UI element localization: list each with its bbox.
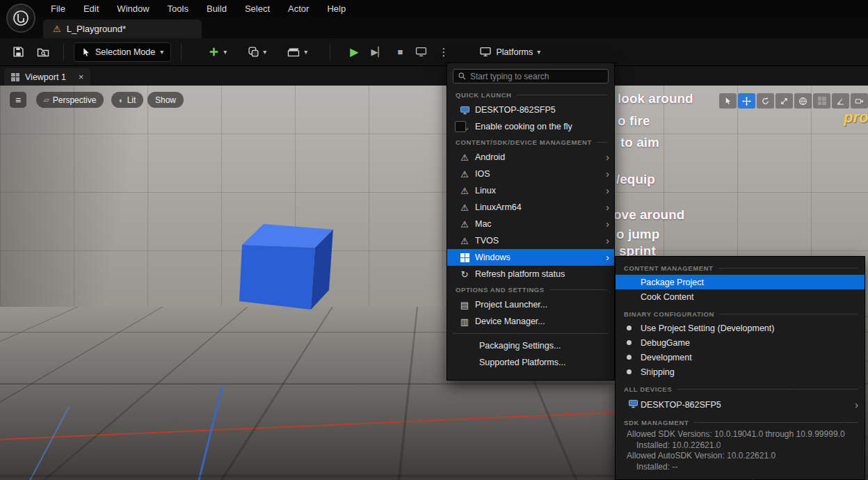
hud-text-move-around: ove around	[613, 207, 684, 223]
platforms-search-input[interactable]	[453, 69, 609, 83]
menu-item-development[interactable]: Development	[616, 350, 865, 365]
save-button[interactable]	[8, 43, 29, 61]
perspective-dropdown[interactable]: ▱ Perspective	[36, 92, 104, 108]
menu-item-linux[interactable]: ⚠ Linux ›	[447, 182, 614, 199]
menu-item-refresh-platform-status[interactable]: ↻ Refresh platform status	[447, 266, 614, 282]
stop-button[interactable]: ■	[394, 44, 408, 60]
menu-item-supported-platforms[interactable]: Supported Platforms...	[447, 354, 614, 371]
menu-item-tvos[interactable]: ⚠ TVOS ›	[447, 232, 614, 249]
show-dropdown[interactable]: Show	[147, 92, 184, 108]
platforms-menu: QUICK LAUNCH DESKTOP-862SFP5 ♨ Enable co…	[447, 63, 615, 381]
menu-item-edit[interactable]: Edit	[74, 0, 108, 17]
cinematics-button[interactable]: ▾	[283, 44, 312, 61]
android-label: Android	[475, 152, 606, 162]
camera-speed-button[interactable]	[851, 93, 868, 109]
menu-item-select[interactable]: Select	[236, 0, 279, 17]
menu-item-ios[interactable]: ⚠ IOS ›	[447, 166, 614, 182]
menu-item-mac[interactable]: ⚠ Mac ›	[447, 216, 614, 232]
section-options-settings: OPTIONS AND SETTINGS	[447, 282, 614, 296]
menu-item-quick-launch-device[interactable]: DESKTOP-862SFP5	[447, 102, 614, 118]
menu-item-shipping[interactable]: Shipping	[616, 365, 865, 379]
project-launcher-icon: ▤	[457, 300, 472, 310]
menu-item-device-manager[interactable]: ▥ Device Manager...	[447, 313, 614, 330]
cooking-checkbox[interactable]	[455, 121, 466, 132]
perspective-icon: ▱	[44, 96, 49, 104]
menu-item-tools[interactable]: Tools	[159, 0, 198, 17]
menu-item-windows[interactable]: Windows ›	[447, 249, 614, 266]
use-project-setting-label: Use Project Setting (Development)	[641, 323, 774, 333]
device-manager-label: Device Manager...	[475, 317, 614, 326]
menu-item-android[interactable]: ⚠ Android ›	[447, 149, 614, 166]
move-tool-button[interactable]	[738, 93, 755, 109]
section-quick-launch: QUICK LAUNCH	[447, 88, 614, 102]
launch-button[interactable]	[411, 44, 431, 60]
unreal-logo-icon	[13, 10, 29, 26]
chevron-down-icon: ▾	[537, 48, 540, 56]
platforms-icon	[479, 47, 492, 57]
close-icon[interactable]: ×	[79, 72, 84, 82]
clapperboard-icon	[287, 47, 300, 58]
rotate-icon	[761, 97, 770, 106]
shipping-label: Shipping	[641, 367, 675, 377]
move-icon	[742, 97, 751, 106]
blueprints-icon	[248, 46, 259, 58]
warning-icon: ⚠	[457, 186, 472, 196]
select-tool-button[interactable]	[719, 93, 737, 109]
chevron-right-icon: ›	[606, 185, 609, 196]
play-button[interactable]: ▶	[346, 44, 362, 61]
level-tab[interactable]: ⚠ L_Playground*	[43, 19, 202, 38]
viewport-tab-icon	[11, 73, 19, 81]
world-local-toggle-button[interactable]	[794, 93, 812, 109]
lit-label: Lit	[127, 95, 136, 105]
hud-text-fire: o fire	[618, 113, 650, 129]
menu-item-file[interactable]: File	[42, 0, 74, 17]
rotation-snap-button[interactable]	[832, 93, 849, 109]
content-browser-button[interactable]	[33, 44, 54, 61]
chevron-right-icon: ›	[606, 168, 609, 179]
menu-item-help[interactable]: Help	[318, 0, 355, 17]
menu-item-debuggame[interactable]: DebugGame	[616, 335, 865, 350]
unsaved-level-icon: ⚠	[53, 24, 61, 34]
blue-cube-actor[interactable]	[235, 221, 339, 318]
menu-item-build[interactable]: Build	[198, 0, 236, 17]
unreal-editor-window: File Edit Window Tools Build Select Acto…	[0, 0, 868, 480]
platforms-dropdown-button[interactable]: Platforms ▾	[474, 44, 546, 60]
menu-item-cook-content[interactable]: Cook Content	[616, 289, 865, 304]
blueprints-button[interactable]: ▾	[243, 43, 271, 61]
radio-selected-icon	[627, 326, 632, 330]
tvos-label: TVOS	[475, 236, 606, 246]
play-options-kebab[interactable]: ⋮	[435, 46, 451, 58]
scale-tool-button[interactable]	[775, 93, 793, 109]
radio-icon	[627, 369, 632, 374]
add-actor-button[interactable]: ▾	[204, 43, 231, 61]
menu-item-enable-cooking[interactable]: ♨ Enable cooking on the fly	[447, 118, 614, 135]
menu-item-window[interactable]: Window	[108, 0, 158, 17]
viewport-options-menu-button[interactable]: ≡	[10, 92, 26, 108]
menu-item-linuxarm64[interactable]: ⚠ LinuxArm64 ›	[447, 199, 614, 216]
menu-item-package-project[interactable]: Package Project	[616, 275, 865, 289]
menu-item-packaging-settings[interactable]: Packaging Settings...	[447, 337, 614, 354]
chevron-right-icon: ›	[606, 218, 609, 230]
unreal-logo[interactable]	[6, 3, 35, 33]
chevron-right-icon: ›	[855, 399, 858, 410]
lit-dropdown[interactable]: ◐ Lit	[111, 92, 143, 108]
menu-item-project-launcher[interactable]: ▤ Project Launcher...	[447, 296, 614, 313]
menu-item-actor[interactable]: Actor	[279, 0, 318, 17]
play-icon: ▶	[350, 47, 358, 58]
all-devices-device-label: DESKTOP-862SFP5	[641, 400, 721, 410]
grid-snap-button[interactable]	[813, 93, 830, 109]
menu-item-use-project-setting[interactable]: Use Project Setting (Development)	[616, 321, 865, 335]
frame-skip-button[interactable]: ▶▏	[367, 44, 389, 60]
rotate-tool-button[interactable]	[757, 93, 774, 109]
menu-item-all-devices-desktop[interactable]: DESKTOP-862SFP5 ›	[616, 396, 865, 414]
project-launcher-label: Project Launcher...	[475, 300, 614, 310]
chevron-down-icon: ▾	[223, 48, 227, 56]
scene-wall-shading	[0, 86, 167, 310]
windows-submenu: CONTENT MANAGEMENT Package Project Cook …	[615, 256, 865, 480]
selection-mode-dropdown[interactable]: Selection Mode ▾	[74, 42, 171, 62]
ios-label: IOS	[475, 169, 606, 179]
section-content-management: CONTENT MANAGEMENT	[616, 261, 865, 275]
refresh-label: Refresh platform status	[475, 269, 614, 279]
cook-content-label: Cook Content	[641, 292, 693, 302]
viewport-tab[interactable]: Viewport 1 ×	[4, 68, 90, 86]
